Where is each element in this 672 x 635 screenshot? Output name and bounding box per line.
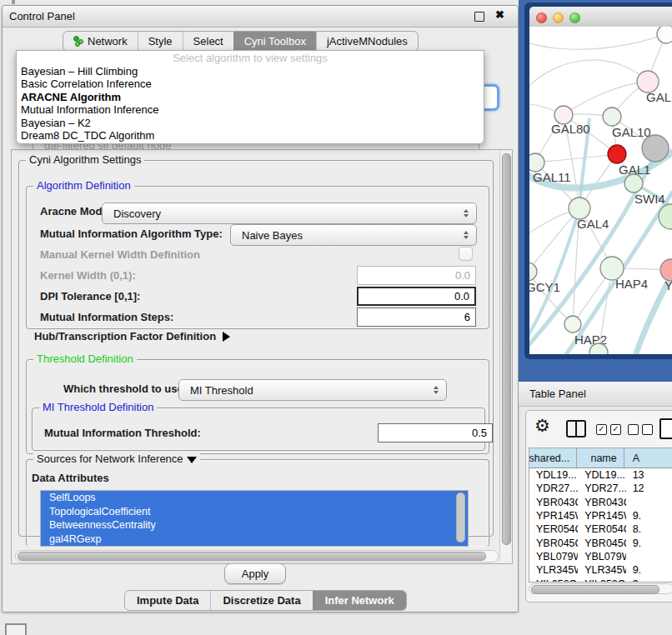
column-header-2[interactable]: name — [577, 448, 624, 468]
network-node[interactable] — [642, 135, 669, 162]
table-cell[interactable] — [626, 496, 672, 509]
top-edge-notch — [12, 0, 15, 4]
table-cell[interactable]: YLR345W — [529, 563, 578, 577]
algorithm-option[interactable]: Basic Correlation Inference — [17, 78, 484, 90]
horizontal-scrollbar[interactable] — [15, 550, 499, 562]
close-traffic-light[interactable] — [536, 12, 547, 23]
table-cell[interactable]: YDL19... — [529, 468, 578, 482]
table-cell[interactable]: 9. — [626, 536, 672, 549]
network-node-gcy1[interactable] — [529, 262, 537, 281]
table-cell[interactable]: YPR145W — [578, 509, 625, 522]
network-node-gal1[interactable] — [608, 145, 626, 163]
column-header-3[interactable]: A — [624, 448, 672, 468]
network-node[interactable] — [657, 27, 672, 43]
close-icon[interactable]: ✖ — [495, 8, 504, 21]
table-cell[interactable]: YBL079W — [529, 550, 578, 563]
vertical-scrollbar-thumb[interactable] — [502, 153, 511, 545]
sources-title[interactable]: Sources for Network Inference — [33, 452, 200, 465]
table-row[interactable]: YLR345WYLR345W9. — [529, 563, 672, 577]
table-cell[interactable]: YBR043C — [529, 496, 578, 509]
algorithm-option[interactable]: Mutual Information Inference — [17, 103, 484, 116]
table-cell[interactable]: YBR045C — [578, 536, 625, 549]
table-row[interactable]: YBL079WYBL079W — [529, 550, 672, 563]
table-cell[interactable]: 9. — [626, 509, 672, 522]
table-hscroll-thumb[interactable] — [531, 585, 659, 594]
table-cell[interactable]: 13 — [626, 468, 672, 482]
table-row[interactable]: YDR27...YDR27...12 — [529, 482, 672, 495]
tab-style[interactable]: Style — [138, 32, 183, 51]
data-attribute-item[interactable]: SelfLoops — [41, 491, 468, 505]
table-cell[interactable]: YDR27... — [529, 482, 578, 495]
deselect-all-checkboxes-icon[interactable] — [628, 424, 653, 435]
algorithm-option[interactable]: Bayesian – K2 — [17, 117, 484, 129]
control-panel-titlebar[interactable]: Control Panel ✖ — [3, 6, 518, 28]
bottom-tab-infer-network[interactable]: Infer Network — [313, 591, 406, 610]
apply-button[interactable]: Apply — [224, 563, 286, 584]
algorithm-option[interactable]: ARACNE Algorithm — [17, 91, 484, 103]
tab-select[interactable]: Select — [183, 32, 233, 51]
data-attribute-item[interactable]: BetweennessCentrality — [41, 518, 468, 532]
list-scrollbar-thumb[interactable] — [456, 492, 465, 542]
mi-steps-field[interactable]: 6 — [357, 308, 476, 327]
kernel-width-field[interactable]: 0.0 — [357, 266, 476, 285]
network-node-hap2[interactable] — [564, 316, 581, 332]
table-row[interactable]: YIL052CYIL052C9. — [529, 577, 672, 582]
vertical-scrollbar[interactable] — [499, 151, 511, 561]
table-cell[interactable]: 8. — [626, 522, 672, 536]
minimized-panel-icon[interactable] — [5, 623, 27, 635]
document-icon[interactable] — [659, 418, 672, 439]
algorithm-option[interactable]: Dream8 DC_TDC Algorithm — [17, 129, 484, 142]
table-cell[interactable]: YDR27... — [578, 482, 625, 495]
tab-cyni-toolbox[interactable]: Cyni Toolbox — [233, 32, 316, 51]
data-attribute-item[interactable]: TopologicalCoefficient — [41, 505, 468, 519]
table-cell[interactable] — [626, 550, 672, 563]
algorithm-option[interactable]: Bayesian – Hill Climbing — [17, 65, 484, 78]
table-cell[interactable]: YBR045C — [529, 536, 578, 549]
table-cell[interactable]: YBL079W — [578, 550, 625, 563]
table-row[interactable]: YER054CYER054C8. — [529, 522, 672, 536]
float-window-icon[interactable] — [474, 12, 484, 22]
column-layout-icon[interactable] — [566, 420, 586, 438]
table-cell[interactable]: YIL052C — [578, 577, 625, 582]
gear-icon[interactable]: ⚙ — [534, 416, 550, 436]
select-all-checkboxes-icon[interactable]: ✓✓ — [596, 424, 621, 435]
horizontal-scrollbar-thumb[interactable] — [18, 552, 486, 561]
bottom-tab-impute-data[interactable]: Impute Data — [125, 591, 210, 610]
tab-network[interactable]: Network — [63, 32, 138, 51]
network-view[interactable]: GALGAL80GAL10GAL1GAL11SWI4GAL4GCY1HAP4YH… — [529, 27, 672, 354]
mi-type-select[interactable]: Naive Bayes — [230, 224, 477, 246]
network-node-gal10[interactable] — [603, 108, 621, 126]
table-cell[interactable]: YER054C — [529, 522, 578, 536]
column-header-1[interactable]: shared... — [529, 448, 577, 468]
table-row[interactable]: YBR045CYBR045C9. — [529, 536, 672, 549]
table-panel-titlebar[interactable]: Table Panel — [519, 382, 672, 407]
network-canvas[interactable]: GALGAL80GAL10GAL1GAL11SWI4GAL4GCY1HAP4YH… — [529, 27, 672, 354]
which-threshold-select[interactable]: MI Threshold — [178, 379, 447, 401]
table-horizontal-scrollbar[interactable] — [529, 583, 672, 594]
table-cell[interactable]: YER054C — [578, 522, 625, 536]
minimize-traffic-light[interactable] — [553, 12, 564, 23]
table-cell[interactable]: YBR043C — [578, 496, 625, 509]
table-cell[interactable]: 12 — [626, 482, 672, 495]
table-cell[interactable]: 9. — [626, 563, 672, 577]
zoom-traffic-light[interactable] — [569, 12, 580, 23]
table-cell[interactable]: YLR345W — [578, 563, 625, 577]
table-cell[interactable]: YIL052C — [529, 577, 578, 582]
network-node-swi4[interactable] — [624, 174, 643, 192]
network-node-gal11[interactable] — [529, 153, 544, 172]
data-attribute-item[interactable]: gal4RGexp — [41, 532, 468, 547]
bottom-tab-discretize-data[interactable]: Discretize Data — [210, 591, 312, 610]
table-row[interactable]: YBR043CYBR043C — [529, 496, 672, 509]
dpi-tolerance-field[interactable]: 0.0 — [357, 287, 476, 306]
mi-threshold-field[interactable]: 0.5 — [378, 423, 493, 442]
table-row[interactable]: YPR145WYPR145W9. — [529, 509, 672, 522]
network-window-titlebar[interactable] — [529, 7, 672, 28]
table-cell[interactable]: 9. — [626, 577, 672, 582]
tab-jactivemnodules[interactable]: jActiveMNodules — [316, 32, 418, 51]
hub-definition-expander[interactable]: Hub/Transcription Factor Definition — [34, 330, 230, 342]
manual-kernel-checkbox[interactable] — [459, 247, 473, 261]
table-cell[interactable]: YPR145W — [529, 509, 578, 522]
aracne-mode-select[interactable]: Discovery — [102, 202, 477, 224]
table-row[interactable]: YDL19...YDL19...13 — [529, 468, 672, 482]
table-cell[interactable]: YDL19... — [578, 468, 625, 482]
